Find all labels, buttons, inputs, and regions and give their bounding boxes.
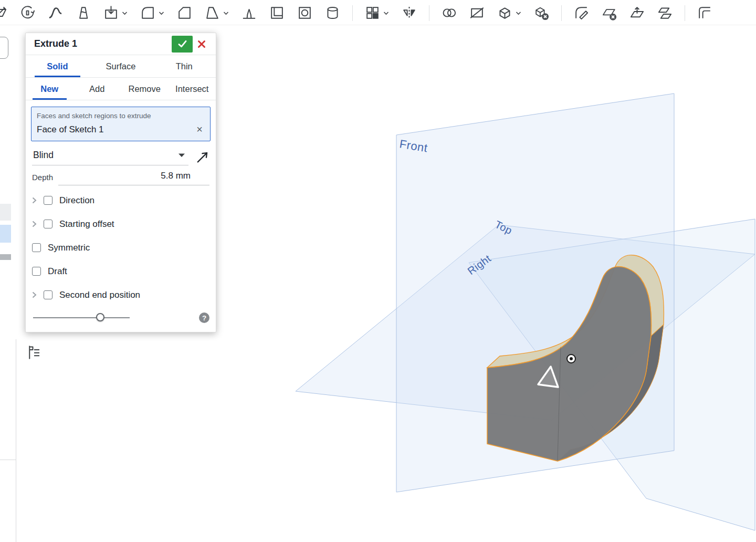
hole-button[interactable] [297, 5, 313, 21]
option-second-end-position: Second end position [26, 283, 216, 307]
direction-label: Direction [59, 195, 94, 206]
chevron-down-icon[interactable] [515, 11, 522, 16]
revolve-button[interactable] [19, 5, 36, 21]
extrude-dialog: Extrude 1 Solid Surface Thin New Add Rem… [25, 33, 216, 332]
linear-pattern-icon [364, 5, 381, 21]
toolbar [0, 0, 756, 25]
option-draft: Draft [26, 259, 216, 283]
starting-offset-label: Starting offset [59, 219, 114, 230]
chevron-down-icon[interactable] [383, 11, 390, 16]
selection-value: Face of Sketch 1 [37, 124, 194, 135]
chevron-down-icon [178, 153, 185, 158]
mode-new[interactable]: New [26, 78, 74, 100]
toolbar-separator [561, 5, 562, 21]
sketch-button[interactable] [0, 5, 8, 21]
body-type-tabs: Solid Surface Thin [26, 55, 216, 78]
linear-pattern-button[interactable] [364, 5, 390, 21]
symmetric-checkbox[interactable] [32, 243, 41, 252]
chamfer-button[interactable] [176, 5, 193, 21]
flip-direction-button[interactable] [195, 149, 211, 164]
chevron-down-icon[interactable] [223, 11, 229, 16]
replace-face-icon [657, 5, 673, 21]
replace-face-button[interactable] [657, 5, 673, 21]
second-end-label: Second end position [59, 290, 140, 300]
feature-tree-scroll-thumb[interactable] [0, 254, 11, 260]
boolean-button[interactable] [441, 5, 457, 21]
end-condition-value: Blind [33, 150, 54, 161]
chevron-down-icon[interactable] [158, 11, 165, 16]
mode-remove[interactable]: Remove [121, 78, 169, 100]
loft-button[interactable] [75, 5, 91, 21]
tab-surface[interactable]: Surface [89, 55, 153, 77]
feature-panel-edge [16, 339, 16, 542]
direction-expander-icon[interactable] [32, 197, 37, 204]
rib-button[interactable] [241, 5, 257, 21]
tab-thin[interactable]: Thin [152, 55, 216, 77]
delete-part-icon [533, 5, 550, 21]
slider-handle[interactable] [96, 313, 104, 321]
modify-fillet-icon [573, 5, 590, 21]
dialog-slider: ? [32, 309, 209, 327]
transform-button[interactable] [497, 5, 522, 21]
shell-icon [269, 5, 285, 21]
move-face-button[interactable] [629, 5, 645, 21]
boolean-mode-tabs: New Add Remove Intersect [26, 78, 216, 100]
chevron-down-icon[interactable] [121, 11, 128, 16]
thicken-button[interactable] [103, 5, 128, 21]
close-icon [197, 40, 206, 48]
draft-button[interactable] [204, 5, 229, 21]
boolean-icon [441, 5, 457, 21]
delete-face-button[interactable] [601, 5, 617, 21]
shell-button[interactable] [269, 5, 285, 21]
sweep-button[interactable] [47, 5, 64, 21]
move-face-icon [629, 5, 645, 21]
feature-list-icon [26, 343, 42, 361]
pivot-icon [567, 355, 575, 363]
toolbar-separator [429, 5, 429, 21]
starting-offset-checkbox[interactable] [44, 220, 52, 228]
transform-icon [497, 5, 513, 21]
feature-list-button[interactable] [24, 341, 44, 363]
depth-input[interactable]: 5.8 mm [58, 171, 209, 185]
symmetric-label: Symmetric [48, 243, 90, 253]
starting-offset-expander-icon[interactable] [32, 221, 37, 227]
dialog-header[interactable]: Extrude 1 [26, 33, 216, 55]
depth-label: Depth [32, 173, 53, 185]
option-direction: Direction [26, 189, 216, 212]
split-button[interactable] [469, 5, 485, 21]
second-end-checkbox[interactable] [44, 290, 52, 299]
loft-icon [75, 5, 91, 21]
delete-part-button[interactable] [533, 5, 550, 21]
check-icon [177, 40, 187, 48]
help-icon[interactable]: ? [199, 312, 209, 323]
fillet-icon [140, 5, 156, 21]
clear-selection-button[interactable]: × [194, 123, 205, 136]
selection-box[interactable]: Faces and sketch regions to extrude Face… [31, 107, 211, 141]
mode-add[interactable]: Add [74, 78, 121, 100]
second-end-expander-icon[interactable] [32, 291, 37, 298]
option-starting-offset: Starting offset [26, 212, 216, 236]
feature-tree-row[interactable] [0, 204, 11, 221]
rib-icon [241, 5, 257, 21]
feature-tree-row-selected[interactable] [0, 225, 11, 243]
boundary-surface-button[interactable] [697, 5, 713, 21]
selection-label: Faces and sketch regions to extrude [37, 112, 205, 120]
boundary-surface-icon [697, 5, 713, 21]
delete-face-icon [601, 5, 617, 21]
fillet-button[interactable] [140, 5, 165, 21]
direction-checkbox[interactable] [44, 196, 52, 205]
mirror-button[interactable] [401, 5, 417, 21]
draft-checkbox[interactable] [32, 267, 41, 276]
slider-track[interactable] [33, 317, 130, 318]
draft-icon [204, 5, 220, 21]
modify-fillet-button[interactable] [573, 5, 590, 21]
boss-button[interactable] [324, 5, 341, 21]
end-condition-dropdown[interactable]: Blind [32, 148, 188, 165]
feature-panel-divider [0, 460, 16, 460]
accept-button[interactable] [172, 36, 193, 53]
tab-solid[interactable]: Solid [26, 55, 89, 77]
dialog-title: Extrude 1 [34, 38, 172, 49]
mode-intersect[interactable]: Intersect [169, 78, 216, 100]
feature-search-box[interactable] [0, 37, 8, 59]
cancel-button[interactable] [193, 36, 211, 53]
